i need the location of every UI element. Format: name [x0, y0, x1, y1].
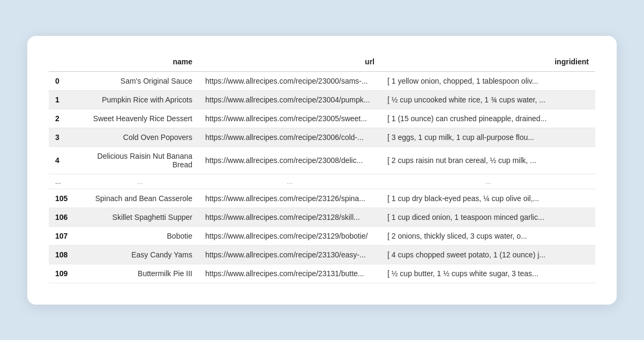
table-row: 107Bobotiehttps://www.allrecipes.com/rec…	[49, 226, 595, 245]
data-table-card: name url ingridient 0Sam's Original Sauc…	[27, 36, 617, 305]
cell-index: 109	[49, 264, 81, 283]
cell-url: https://www.allrecipes.com/recipe/23006/…	[199, 128, 381, 146]
cell-ingridient: [ ½ cup butter, 1 ½ cups white sugar, 3 …	[381, 264, 595, 283]
col-header-url: url	[199, 53, 381, 72]
cell-index: 3	[49, 128, 81, 146]
cell-index: 4	[49, 146, 81, 174]
cell-ingridient: [ 1 cup dry black-eyed peas, ¼ cup olive…	[381, 189, 595, 208]
recipe-table: name url ingridient 0Sam's Original Sauc…	[49, 53, 595, 283]
cell-index: 106	[49, 208, 81, 226]
cell-ingridient: [ 1 yellow onion, chopped, 1 tablespoon …	[381, 71, 595, 90]
cell-url: https://www.allrecipes.com/recipe/23128/…	[199, 208, 381, 226]
table-row: 3Cold Oven Popovershttps://www.allrecipe…	[49, 128, 595, 146]
table-row: 105Spinach and Bean Casserolehttps://www…	[49, 189, 595, 208]
ellipsis-cell: ...	[199, 174, 381, 189]
col-header-name: name	[81, 53, 199, 72]
cell-ingridient: [ 4 cups chopped sweet potato, 1 (12 oun…	[381, 245, 595, 264]
ellipsis-cell: ...	[81, 174, 199, 189]
cell-index: 1	[49, 90, 81, 109]
cell-name: Spinach and Bean Casserole	[81, 189, 199, 208]
cell-name: Delicious Raisin Nut Banana Bread	[81, 146, 199, 174]
cell-ingridient: [ 1 (15 ounce) can crushed pineapple, dr…	[381, 109, 595, 128]
cell-name: Bobotie	[81, 226, 199, 245]
cell-ingridient: [ 3 eggs, 1 cup milk, 1 cup all-purpose …	[381, 128, 595, 146]
cell-index: 0	[49, 71, 81, 90]
cell-url: https://www.allrecipes.com/recipe/23008/…	[199, 146, 381, 174]
cell-name: Skillet Spaghetti Supper	[81, 208, 199, 226]
cell-name: Cold Oven Popovers	[81, 128, 199, 146]
cell-url: https://www.allrecipes.com/recipe/23005/…	[199, 109, 381, 128]
cell-url: https://www.allrecipes.com/recipe/23004/…	[199, 90, 381, 109]
cell-index: 107	[49, 226, 81, 245]
col-header-index	[49, 53, 81, 72]
cell-index: 108	[49, 245, 81, 264]
cell-url: https://www.allrecipes.com/recipe/23126/…	[199, 189, 381, 208]
cell-url: https://www.allrecipes.com/recipe/23131/…	[199, 264, 381, 283]
cell-url: https://www.allrecipes.com/recipe/23000/…	[199, 71, 381, 90]
cell-name: Buttermilk Pie III	[81, 264, 199, 283]
cell-ingridient: [ 2 cups raisin nut bran cereal, ½ cup m…	[381, 146, 595, 174]
ellipsis-cell: ...	[49, 174, 81, 189]
table-row: 4Delicious Raisin Nut Banana Breadhttps:…	[49, 146, 595, 174]
ellipsis-row: ............	[49, 174, 595, 189]
col-header-ingridient: ingridient	[381, 53, 595, 72]
cell-name: Pumpkin Rice with Apricots	[81, 90, 199, 109]
cell-index: 2	[49, 109, 81, 128]
cell-ingridient: [ 2 onions, thickly sliced, 3 cups water…	[381, 226, 595, 245]
table-row: 106Skillet Spaghetti Supperhttps://www.a…	[49, 208, 595, 226]
table-row: 1Pumpkin Rice with Apricotshttps://www.a…	[49, 90, 595, 109]
cell-name: Sweet Heavenly Rice Dessert	[81, 109, 199, 128]
table-row: 109Buttermilk Pie IIIhttps://www.allreci…	[49, 264, 595, 283]
cell-url: https://www.allrecipes.com/recipe/23129/…	[199, 226, 381, 245]
cell-ingridient: [ 1 cup diced onion, 1 teaspoon minced g…	[381, 208, 595, 226]
ellipsis-cell: ...	[381, 174, 595, 189]
cell-name: Sam's Original Sauce	[81, 71, 199, 90]
cell-url: https://www.allrecipes.com/recipe/23130/…	[199, 245, 381, 264]
cell-name: Easy Candy Yams	[81, 245, 199, 264]
table-row: 2Sweet Heavenly Rice Desserthttps://www.…	[49, 109, 595, 128]
table-row: 0Sam's Original Saucehttps://www.allreci…	[49, 71, 595, 90]
cell-index: 105	[49, 189, 81, 208]
cell-ingridient: [ ½ cup uncooked white rice, 1 ¾ cups wa…	[381, 90, 595, 109]
table-row: 108Easy Candy Yamshttps://www.allrecipes…	[49, 245, 595, 264]
